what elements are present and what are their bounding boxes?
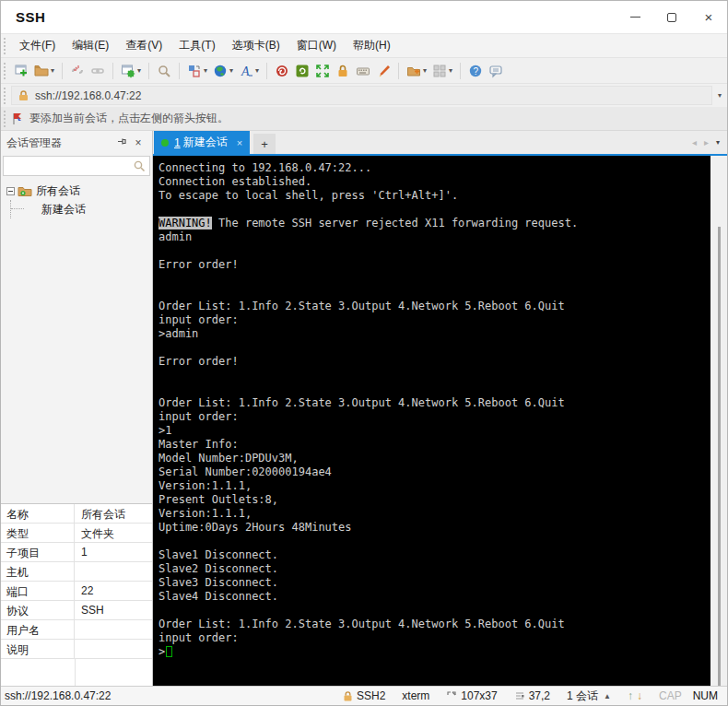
scroll-up-icon[interactable]: ↑	[628, 689, 633, 702]
tree-item-all-sessions[interactable]: 所有会话	[1, 182, 152, 200]
tab-scroll-right-button[interactable]: ▸	[700, 137, 712, 147]
resize-icon	[446, 690, 457, 701]
grid-view-button[interactable]: ▾	[429, 60, 455, 82]
terminal-line: Connecting to 192.168.0.47:22...	[159, 161, 710, 175]
fullscreen-button[interactable]	[312, 60, 333, 82]
status-term-type[interactable]: xterm	[402, 689, 429, 702]
new-session-button[interactable]	[11, 60, 31, 82]
search-icon[interactable]	[133, 159, 146, 172]
new-tab-button[interactable]: +	[253, 134, 276, 154]
scrollbar-thumb[interactable]	[718, 227, 721, 686]
address-url: ssh://192.168.0.47:22	[35, 89, 141, 102]
address-bar: ssh://192.168.0.47:22 ▾	[1, 84, 727, 107]
table-row[interactable]: 用户名	[1, 620, 152, 640]
menu-edit[interactable]: 编辑(E)	[64, 34, 117, 57]
tab-list-dropdown[interactable]: ▾	[712, 138, 727, 147]
terminal-cursor	[166, 646, 172, 657]
terminal-line: Slave3 Disconnect.	[159, 576, 710, 590]
table-row[interactable]: 协议 SSH	[1, 601, 152, 620]
table-row[interactable]: 类型 文件夹	[1, 524, 152, 543]
session-search-input[interactable]	[4, 159, 129, 172]
pin-button[interactable]	[113, 136, 130, 149]
table-divider	[75, 659, 76, 688]
terminal-output[interactable]: Connecting to 192.168.0.47:22...Connecti…	[153, 156, 710, 688]
menu-window[interactable]: 窗口(W)	[288, 34, 345, 57]
terminal-scrollbar[interactable]	[710, 156, 727, 688]
prop-value: 1	[75, 543, 152, 561]
status-cursor-label: 37,2	[529, 689, 550, 702]
tab-scroll-left-button[interactable]: ◂	[688, 137, 700, 147]
toolbar-separator	[460, 63, 461, 79]
layout-dropdown[interactable]: ▾	[204, 66, 207, 75]
font-dropdown[interactable]: ▾	[255, 66, 259, 75]
tab-new-session[interactable]: 1 新建会话 ×	[154, 131, 250, 154]
addressbar-grip[interactable]	[4, 88, 7, 104]
session-properties-dropdown[interactable]: ▾	[137, 66, 141, 75]
panel-close-button[interactable]: ×	[130, 136, 147, 149]
encoding-button[interactable]: ▾	[210, 60, 236, 82]
lock-button[interactable]	[333, 60, 353, 82]
new-folder-button[interactable]: ▾	[404, 60, 429, 82]
status-session-count[interactable]: 1 会话 ▲	[567, 688, 611, 704]
terminal-line	[159, 382, 710, 396]
terminal-line: Error order!	[159, 258, 710, 272]
grid-view-dropdown[interactable]: ▾	[449, 66, 452, 75]
prop-value	[75, 620, 152, 639]
layout-button[interactable]: ▾	[184, 60, 210, 82]
menu-tools[interactable]: 工具(T)	[170, 34, 223, 57]
keyboard-button[interactable]	[353, 60, 373, 82]
font-button[interactable]: A ▾	[236, 60, 262, 82]
address-input[interactable]: ssh://192.168.0.47:22	[11, 86, 712, 105]
scroll-down-icon[interactable]: ↓	[637, 689, 642, 702]
session-properties-table: 名称 所有会话 类型 文件夹 子项目 1 主机 端口 22 协议 SSH	[1, 503, 152, 688]
tab-close-button[interactable]: ×	[237, 137, 242, 148]
menu-view[interactable]: 查看(V)	[117, 34, 170, 57]
open-session-button[interactable]: ▾	[31, 60, 57, 82]
session-count-label: 1 会话	[567, 688, 598, 704]
table-row[interactable]: 名称 所有会话	[1, 504, 152, 524]
noticebar-grip[interactable]	[4, 111, 7, 127]
message-bubble-icon	[488, 64, 503, 78]
close-button[interactable]: ×	[690, 1, 727, 33]
maximize-button[interactable]	[653, 1, 690, 33]
minimize-button[interactable]	[616, 1, 653, 33]
compose-button[interactable]	[272, 60, 292, 82]
disconnect-button[interactable]	[67, 60, 88, 82]
help-button[interactable]: ?	[465, 60, 486, 82]
tree-connector	[10, 200, 38, 218]
table-row[interactable]: 端口 22	[1, 582, 152, 601]
reconnect-button[interactable]	[88, 60, 108, 82]
table-row[interactable]: 子项目 1	[1, 543, 152, 562]
tab-label: 新建会话	[183, 135, 228, 150]
prop-label: 类型	[1, 524, 75, 542]
toolbar-grip[interactable]	[4, 63, 7, 79]
layout-icon	[187, 64, 202, 78]
session-search-box	[3, 156, 150, 176]
table-row[interactable]: 主机	[1, 562, 152, 582]
open-session-dropdown[interactable]: ▾	[51, 66, 54, 75]
terminal-line: Present Outlets:8,	[159, 493, 710, 507]
menu-tabs[interactable]: 选项卡(B)	[224, 34, 288, 57]
table-row[interactable]: 说明	[1, 640, 152, 659]
prop-value	[75, 640, 152, 658]
highlight-pen-button[interactable]	[373, 60, 393, 82]
feedback-button[interactable]	[486, 60, 506, 82]
status-size: 107x37	[446, 689, 497, 702]
refresh-button[interactable]	[292, 60, 312, 82]
reconnect-icon	[90, 64, 105, 78]
new-folder-dropdown[interactable]: ▾	[423, 66, 427, 75]
session-count-expand-icon[interactable]: ▲	[604, 692, 611, 700]
address-dropdown[interactable]: ▾	[712, 91, 727, 100]
tree-item-new-session[interactable]: 新建会话	[1, 200, 152, 218]
status-cursor-pos: 37,2	[514, 689, 550, 702]
menu-help[interactable]: 帮助(H)	[345, 34, 399, 57]
menu-file[interactable]: 文件(F)	[11, 34, 64, 57]
terminal-line: Version:1.1.1,	[159, 507, 710, 521]
terminal-line	[159, 604, 710, 618]
collapse-icon[interactable]	[6, 187, 15, 195]
menubar-grip[interactable]	[4, 38, 7, 54]
find-button[interactable]	[154, 60, 174, 82]
encoding-dropdown[interactable]: ▾	[229, 66, 233, 75]
session-properties-button[interactable]: ▾	[118, 60, 144, 82]
prop-value: 文件夹	[75, 524, 152, 542]
